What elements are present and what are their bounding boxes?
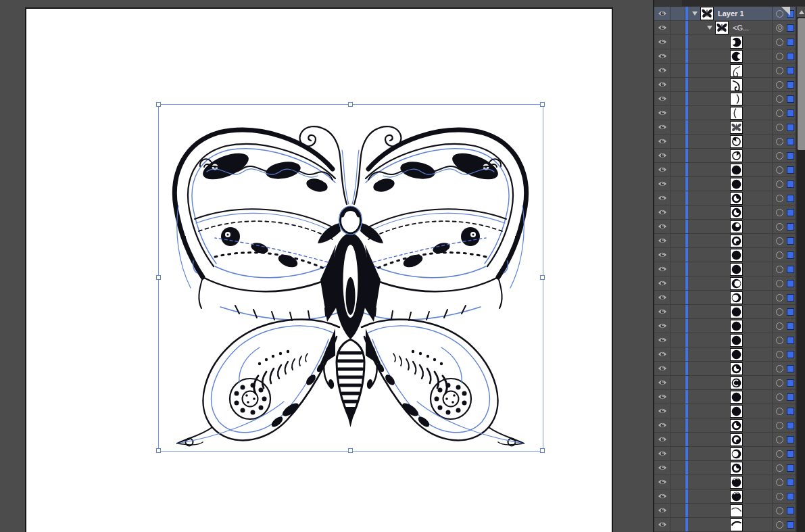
lock-toggle-cell[interactable] [670,276,685,290]
path-row[interactable] [654,234,796,248]
path-thumbnail[interactable] [730,220,743,233]
layer-row-content[interactable] [688,106,772,120]
selection-color-square[interactable] [787,209,794,216]
path-thumbnail[interactable] [730,235,743,247]
layer-row[interactable]: Layer 1 [654,7,796,21]
path-thumbnail[interactable] [730,291,743,304]
selection-color-square[interactable] [787,67,794,74]
target-circle-icon[interactable] [776,124,783,131]
lock-toggle-cell[interactable] [670,262,685,276]
visibility-toggle[interactable] [654,78,670,91]
layer-row-content[interactable] [688,234,772,247]
layer-row-content[interactable]: <G... [688,21,772,34]
path-thumbnail[interactable] [730,178,743,191]
layer-thumbnail[interactable] [715,21,729,34]
target-circle-icon[interactable] [776,251,783,259]
lock-toggle-cell[interactable] [670,504,685,517]
selection-color-square[interactable] [787,39,794,46]
path-thumbnail[interactable] [730,135,743,148]
path-row[interactable] [654,447,796,461]
visibility-toggle[interactable] [654,262,670,276]
layer-row-content[interactable] [688,262,772,276]
layer-row-content[interactable] [688,390,772,404]
target-circle-icon[interactable] [776,408,783,415]
selection-color-square[interactable] [787,422,794,429]
visibility-toggle[interactable] [654,333,670,347]
path-thumbnail[interactable] [730,419,743,432]
lock-toggle-cell[interactable] [670,64,685,77]
path-row[interactable] [654,135,796,149]
path-row[interactable] [654,376,796,390]
lock-toggle-cell[interactable] [670,447,685,460]
layer-row-content[interactable] [688,362,772,375]
visibility-toggle[interactable] [654,461,670,475]
path-row[interactable] [654,362,796,376]
selection-handle-top-left[interactable] [156,102,161,107]
visibility-toggle[interactable] [654,319,670,333]
selection-color-square[interactable] [787,493,794,500]
visibility-toggle[interactable] [654,475,670,489]
butterfly-artwork[interactable] [158,104,543,451]
selection-color-square[interactable] [787,166,794,174]
target-circle-icon[interactable] [776,237,783,245]
selection-color-square[interactable] [787,436,794,443]
visibility-toggle[interactable] [654,347,670,361]
target-circle-icon[interactable] [776,294,783,301]
selection-color-square[interactable] [787,237,794,245]
lock-toggle-cell[interactable] [670,49,685,63]
path-row[interactable] [654,475,796,489]
path-row[interactable] [654,49,796,64]
disclosure-triangle-icon[interactable] [692,11,698,16]
path-row[interactable] [654,220,796,234]
layer-row-content[interactable] [688,248,772,262]
lock-toggle-cell[interactable] [670,418,685,432]
layer-row-content[interactable] [688,475,772,489]
visibility-toggle[interactable] [654,291,670,304]
lock-toggle-cell[interactable] [670,163,685,176]
path-row[interactable] [654,177,796,191]
group-row[interactable]: <G... [654,21,796,35]
lock-toggle-cell[interactable] [670,305,685,318]
layer-row-content[interactable] [688,163,772,176]
target-circle-icon[interactable] [776,24,783,32]
layer-row-content[interactable] [688,149,772,162]
path-thumbnail[interactable] [730,490,743,503]
disclosure-triangle-icon[interactable] [707,26,712,30]
lock-toggle-cell[interactable] [670,489,685,503]
path-thumbnail[interactable] [730,320,743,333]
layer-row-content[interactable] [688,404,772,418]
path-thumbnail[interactable] [730,93,743,105]
path-thumbnail[interactable] [730,504,743,517]
layer-row-content[interactable] [688,78,772,91]
layer-row-content[interactable] [688,49,772,63]
path-row[interactable] [654,305,796,319]
path-thumbnail[interactable] [730,306,743,318]
path-thumbnail[interactable] [730,405,743,418]
layer-row-content[interactable] [688,120,772,134]
visibility-toggle[interactable] [654,248,670,262]
layer-row-content[interactable] [688,220,772,233]
selection-color-square[interactable] [787,24,794,32]
path-row[interactable] [654,248,796,262]
visibility-toggle[interactable] [654,447,670,460]
layer-row-content[interactable] [688,518,772,531]
path-thumbnail[interactable] [730,433,743,446]
lock-toggle-cell[interactable] [670,390,685,404]
path-row[interactable] [654,149,796,163]
layer-thumbnail[interactable] [700,7,714,20]
path-thumbnail[interactable] [730,206,743,219]
lock-toggle-cell[interactable] [670,106,685,120]
path-thumbnail[interactable] [730,263,743,276]
layer-row-content[interactable] [688,433,772,446]
lock-toggle-cell[interactable] [670,362,685,375]
layers-scrollbar[interactable] [797,7,805,532]
lock-toggle-cell[interactable] [670,205,685,219]
lock-toggle-cell[interactable] [670,475,685,489]
layer-row-content[interactable] [688,177,772,191]
lock-toggle-cell[interactable] [670,177,685,191]
selection-color-square[interactable] [787,479,794,486]
lock-toggle-cell[interactable] [670,433,685,446]
path-row[interactable] [654,418,796,433]
path-thumbnail[interactable] [730,362,743,375]
selection-color-square[interactable] [787,464,794,472]
